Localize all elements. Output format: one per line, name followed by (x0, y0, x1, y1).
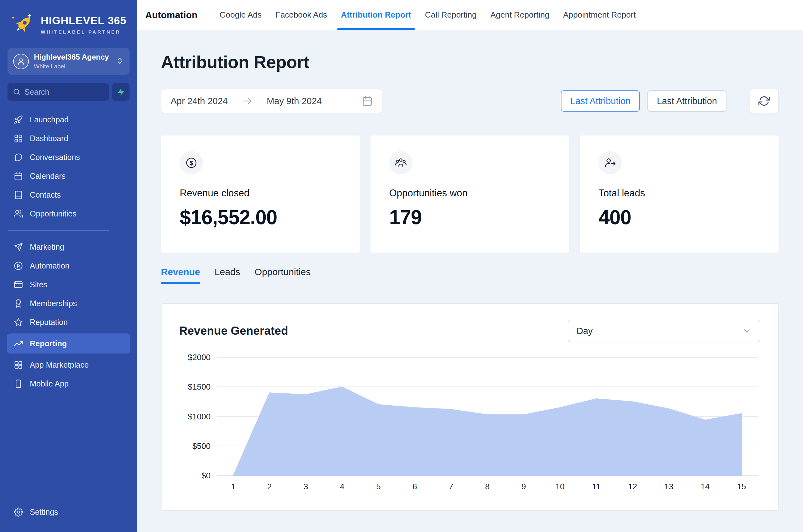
agency-name: Highlevel365 Agency (34, 53, 111, 61)
stat-cards: $ Revenue closed $16,552.00 Opportunitie… (161, 135, 779, 253)
svg-text:14: 14 (701, 482, 710, 491)
tab-appointment-report[interactable]: Appointment Report (556, 0, 643, 30)
sidebar-item-launchpad[interactable]: Launchpad (0, 110, 137, 129)
sidebar-item-label: Reporting (30, 339, 67, 348)
chevron-up-down-icon (116, 57, 124, 66)
sidebar-item-label: Marketing (30, 243, 64, 251)
sidebar-item-automation[interactable]: Automation (0, 256, 137, 275)
sidebar-item-marketing[interactable]: Marketing (0, 238, 137, 256)
nav-section-title: Automation (145, 0, 198, 30)
tab-agent-reporting[interactable]: Agent Reporting (483, 0, 556, 30)
agency-meta: Highlevel365 Agency White Label (34, 53, 111, 70)
date-range-picker[interactable]: Apr 24th 2024 May 9th 2024 (161, 89, 382, 113)
calendar-icon (362, 96, 372, 106)
refresh-button[interactable] (750, 89, 779, 113)
sidebar-item-conversations[interactable]: Conversations (0, 148, 137, 167)
quick-actions-button[interactable] (112, 83, 130, 101)
sidebar-item-label: Opportunities (30, 209, 77, 218)
sidebar-item-label: Launchpad (30, 115, 69, 124)
search-row (7, 83, 130, 101)
sidebar-item-memberships[interactable]: Memberships (0, 294, 137, 313)
sidebar-item-calendars[interactable]: Calendars (0, 167, 137, 185)
svg-text:1: 1 (231, 482, 235, 491)
search-input[interactable] (24, 88, 104, 97)
agency-selector[interactable]: Highlevel365 Agency White Label (7, 48, 130, 75)
sidebar-item-label: Mobile App (30, 379, 69, 388)
svg-text:$1000: $1000 (188, 412, 210, 421)
date-start: Apr 24th 2024 (171, 96, 228, 106)
top-navigation: Automation Google Ads Facebook Ads Attri… (137, 0, 803, 30)
sidebar-item-dashboard[interactable]: Dashboard (0, 129, 137, 148)
app-marketplace-icon (14, 360, 23, 369)
stat-card-revenue-closed: $ Revenue closed $16,552.00 (161, 135, 360, 253)
search-box[interactable] (7, 83, 109, 101)
sidebar-item-label: Memberships (30, 299, 77, 308)
svg-text:2: 2 (267, 482, 272, 491)
sidebar-item-contacts[interactable]: Contacts (0, 185, 137, 204)
sidebar-item-reputation[interactable]: Reputation (0, 313, 137, 331)
subtab-revenue[interactable]: Revenue (161, 267, 200, 284)
subtab-opportunities[interactable]: Opportunities (255, 267, 310, 284)
reputation-icon (14, 318, 23, 327)
svg-text:8: 8 (485, 482, 490, 491)
stat-value: 400 (598, 206, 760, 229)
svg-text:11: 11 (592, 482, 600, 491)
sidebar-item-label: Calendars (30, 172, 65, 181)
sidebar-item-settings[interactable]: Settings (0, 502, 137, 521)
opportunities-icon (14, 209, 23, 218)
sidebar-divider (8, 230, 109, 231)
svg-text:4: 4 (340, 482, 344, 491)
chevron-down-icon (742, 326, 751, 336)
stat-card-opportunities-won: Opportunities won 179 (370, 135, 569, 253)
sidebar-item-label: Sites (30, 280, 47, 289)
revenue-area-chart: $0$500$1000$1500$20001234567891011121314… (179, 350, 760, 497)
svg-text:3: 3 (304, 482, 308, 491)
svg-text:$0: $0 (202, 471, 210, 480)
last-attribution-button-secondary[interactable]: Last Attribution (647, 90, 726, 112)
chart-header: Revenue Generated Day (179, 320, 760, 342)
tab-attribution-report[interactable]: Attribution Report (334, 0, 418, 30)
date-end: May 9th 2024 (267, 96, 322, 106)
stat-label: Revenue closed (180, 188, 341, 199)
settings-label: Settings (30, 508, 58, 517)
sidebar-item-app-marketplace[interactable]: App Marketplace (0, 355, 137, 374)
sidebar-item-label: Dashboard (30, 134, 68, 143)
agency-type: White Label (34, 63, 111, 70)
arrow-right-icon (242, 95, 253, 107)
stat-card-total-leads: Total leads 400 (580, 135, 779, 253)
svg-text:$500: $500 (192, 441, 210, 451)
svg-text:$2000: $2000 (188, 353, 210, 362)
stat-value: $16,552.00 (180, 206, 341, 229)
sidebar-item-label: Automation (30, 261, 69, 270)
subtab-leads[interactable]: Leads (214, 267, 240, 284)
sidebar-item-mobile-app[interactable]: Mobile App (0, 374, 137, 393)
brand-name: HIGHLEVEL 365 (41, 15, 127, 27)
sidebar-item-sites[interactable]: Sites (0, 275, 137, 294)
tab-facebook-ads[interactable]: Facebook Ads (268, 0, 334, 30)
sidebar-item-reporting[interactable]: Reporting (7, 334, 130, 354)
sidebar-menu: Launchpad Dashboard Conversations Calend… (0, 110, 137, 502)
refresh-icon (759, 95, 770, 107)
rocket-logo-icon (8, 11, 36, 38)
interval-dropdown[interactable]: Day (568, 320, 760, 342)
last-attribution-button-primary[interactable]: Last Attribution (561, 90, 640, 112)
app-root: HIGHLEVEL 365 WHITELABEL PARTNER Highlev… (0, 0, 803, 532)
tab-call-reporting[interactable]: Call Reporting (418, 0, 484, 30)
sidebar-item-opportunities[interactable]: Opportunities (0, 204, 137, 223)
revenue-generated-card: Revenue Generated Day $0$500$1000$1500$2… (161, 303, 779, 511)
brand-tagline: WHITELABEL PARTNER (41, 29, 127, 35)
reporting-icon (14, 339, 23, 348)
brand-logo: HIGHLEVEL 365 WHITELABEL PARTNER (0, 11, 137, 38)
svg-text:12: 12 (628, 482, 637, 491)
svg-text:5: 5 (376, 482, 381, 491)
svg-text:$1500: $1500 (188, 382, 210, 392)
stat-label: Total leads (598, 188, 760, 199)
lightning-bolt-icon (117, 88, 125, 96)
svg-text:13: 13 (664, 482, 673, 491)
svg-text:15: 15 (737, 482, 746, 491)
dollar-circle-icon: $ (180, 151, 203, 174)
vertical-divider (738, 92, 739, 110)
tab-google-ads[interactable]: Google Ads (213, 0, 268, 30)
svg-text:9: 9 (521, 482, 526, 491)
controls-row: Apr 24th 2024 May 9th 2024 Last Attribut… (161, 89, 779, 113)
